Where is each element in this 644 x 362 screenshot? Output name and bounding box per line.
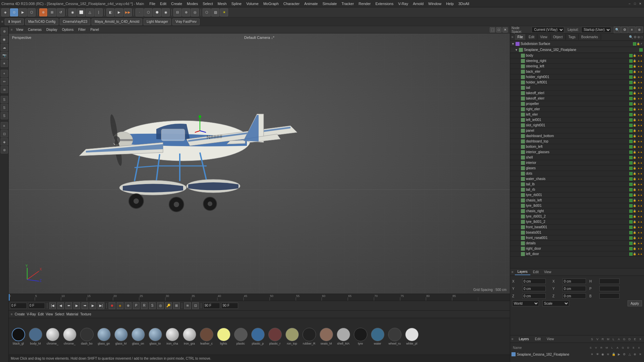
minimize-button[interactable]: – [627,1,632,6]
menu-extensions[interactable]: Extensions [373,1,395,6]
model-mode-btn[interactable]: ◈ [1,8,9,16]
left-tool-create[interactable]: + [1,70,8,77]
material-item-glass_on[interactable]: glass_on [130,328,146,345]
obj-vis-green[interactable] [629,97,633,100]
material-item-white_pl[interactable]: white_pl [404,328,419,345]
next-frame-btn[interactable]: ▶ [90,302,96,309]
menu-mesh[interactable]: Mesh [216,1,229,6]
root-vis-icon[interactable] [633,42,636,46]
layer-solo-icon[interactable]: ☀ [590,352,594,357]
object-row-details[interactable]: details🔒▲▲ [510,241,644,246]
right-tab-file[interactable]: File [515,34,526,40]
material-item-iron_gra[interactable]: iron_gra [182,328,197,345]
material-item-body_M[interactable]: body_M [28,328,43,345]
right-layers-btn[interactable]: ≡ [629,26,635,33]
object-row-holder-right001[interactable]: holder_right001🔒▲▲ [510,74,644,80]
viewport[interactable]: N#### Perspective Default Camera ↓* Grid… [9,34,510,294]
attr-tab-edit[interactable]: Edit [530,269,541,275]
object-row-dashboard-top[interactable]: dashboard_top🔒▲▲ [510,139,644,144]
render-btn[interactable]: ▶ [115,8,123,16]
tool-2-btn[interactable]: ▧ [211,8,219,16]
left-tool-camera[interactable]: 📷 [1,52,8,59]
object-row-bottom-left[interactable]: bottom_left🔒▲▲ [510,144,644,149]
menu-help[interactable]: Help [444,1,456,6]
go-end-btn[interactable]: ▶| [98,302,104,309]
left-tool-scene[interactable]: ☁ [1,44,8,51]
go-start-btn[interactable]: |◀ [49,302,56,309]
left-tool-object[interactable]: ◉ [1,36,8,43]
object-row-steering-right[interactable]: steering_right🔒▲▲ [510,58,644,64]
menu-character[interactable]: Character [281,1,302,6]
timeline-extra-btn[interactable]: ⊞ [173,302,180,309]
rotate-tool-btn[interactable]: ↺ [57,8,65,16]
right-tab-object[interactable]: Object [550,34,566,40]
object-row-back-eler[interactable]: back_eler🔒▲▲ [510,69,644,74]
edge-select-btn[interactable]: | [95,8,103,16]
layers-tabs-icon[interactable]: ≡ [512,337,514,341]
p-field[interactable] [599,286,620,291]
object-row-right-eler[interactable]: right_eler🔒▲▲ [510,107,644,112]
render-view-btn[interactable]: ◧ [106,8,114,16]
light-manager-btn[interactable]: Light Manager [144,18,171,25]
obj-vis-green[interactable] [629,161,633,165]
obj-vis-green[interactable] [629,226,633,229]
layer-motion-icon[interactable]: ≋ [606,352,610,357]
key-param-btn[interactable]: ◎ [157,302,164,309]
x-pos-field[interactable] [522,279,546,284]
obj-vis-green[interactable] [629,172,633,175]
material-item-black_gl[interactable]: black_gl [11,328,26,345]
display-solid-btn[interactable]: ⬢ [153,8,161,16]
object-row-tail[interactable]: tail🔒▲▲ [510,85,644,90]
object-row-left-iel001[interactable]: left_iel001🔒▲▲ [510,117,644,123]
obj-vis-green[interactable] [629,70,633,73]
menu-arnold[interactable]: Arnold [411,1,426,6]
layer-tab-layers[interactable]: Layers [517,337,531,342]
right-tab-extra-icon[interactable]: ⊛ [637,35,640,39]
object-row-water-chasis[interactable]: water_chasis🔒▲▲ [510,176,644,182]
menu-select[interactable]: Select [201,1,215,6]
vp-max-btn[interactable]: □ [496,27,501,33]
material-item-wheel_ru[interactable]: wheel_ru [387,328,402,345]
mat-view-btn[interactable]: View [46,312,53,316]
tool-1-btn[interactable]: ⬡ [203,8,211,16]
vp-menu-display[interactable]: Display [45,27,59,32]
mat-texture-btn[interactable]: Texture [80,312,91,316]
object-row-tyre-lb001-2[interactable]: tyre_lb001_2🔒▲▲ [510,219,644,225]
obj-vis-green[interactable] [629,86,633,89]
obj-vis-green[interactable] [629,129,633,132]
x-rot-field[interactable] [562,279,586,284]
right-tab-filter-icon[interactable]: ⚙ [634,35,637,39]
obj-vis-green[interactable] [629,59,633,63]
layer-vis-icon[interactable]: 👁 [595,352,600,357]
cineravray-btn[interactable]: CinemaVrayR23 [60,18,90,25]
obj-vis-green[interactable] [629,156,633,159]
right-extra-btn[interactable]: ⊛ [636,26,643,33]
material-item-water[interactable]: water [370,328,385,345]
right-tab-expand-icon[interactable]: □ [641,35,643,39]
object-row-glases[interactable]: glases🔒▲▲ [510,166,644,171]
scene-mode-btn[interactable]: ⬡ [28,8,36,16]
right-tab-bookmarks[interactable]: Bookmarks [579,34,601,40]
key-rot-btn[interactable]: R [141,302,148,309]
obj-vis-green[interactable] [629,81,633,84]
object-row-left-eler[interactable]: left_eler🔒▲▲ [510,112,644,117]
object-row-steering-left[interactable]: steering_left🔒▲▲ [510,64,644,69]
mat-create-btn[interactable]: Create [15,312,25,316]
root-item[interactable]: ▼ Subdivision Surface 🔒 ✓ [510,41,644,47]
mat-material-btn[interactable]: Material [66,312,78,316]
menu-tracker[interactable]: Tracker [339,1,356,6]
left-tool-extra[interactable]: ⊛ [1,146,8,154]
menu-volume[interactable]: Volume [244,1,261,6]
material-item-seats_M[interactable]: seats_M [319,328,334,345]
current-frame-display[interactable] [28,303,45,309]
prev-frame-btn[interactable]: ◀ [57,302,64,309]
vp-menu-filter[interactable]: Filter [77,27,87,32]
obj-vis-green[interactable] [629,220,633,224]
play-btn[interactable]: ▶ [73,302,80,309]
layer-deform-icon[interactable]: △ [627,352,632,357]
obj-vis-green[interactable] [629,140,633,143]
material-item-plastic_r[interactable]: plastic_r [267,328,282,345]
poly-select-btn[interactable]: △ [86,8,94,16]
obj-vis-green[interactable] [629,113,633,116]
auto-key-btn[interactable]: ◈ [117,302,123,309]
